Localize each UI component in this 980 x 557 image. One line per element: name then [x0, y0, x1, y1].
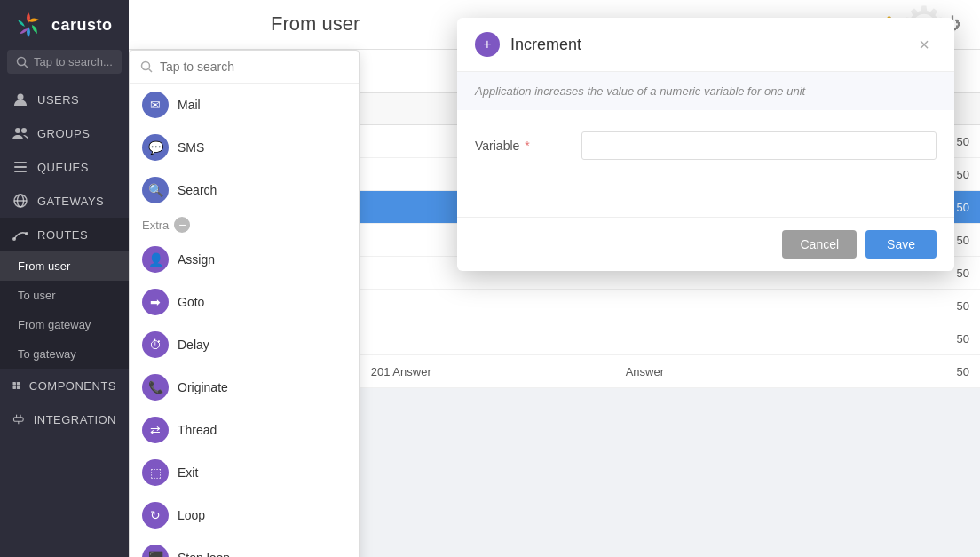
mail-icon: ✉: [142, 92, 169, 118]
extra-label: Extra: [142, 219, 169, 232]
dropdown-item-loop[interactable]: ↻ Loop: [130, 494, 359, 537]
mail-label: Mail: [178, 98, 201, 112]
svg-rect-16: [12, 386, 15, 388]
exit-icon: ⬚: [142, 459, 169, 486]
row-col2: [360, 322, 615, 355]
svg-rect-6: [14, 162, 27, 163]
components-icon: [12, 378, 20, 394]
sms-label: SMS: [178, 140, 204, 155]
svg-rect-8: [14, 171, 27, 172]
dropdown-search-icon: [140, 60, 153, 73]
sidebar-search-icon: [16, 56, 28, 68]
sidebar-item-integration[interactable]: INTEGRATION: [0, 402, 129, 436]
row-col2: 201 Answer: [360, 355, 615, 388]
dropdown-search-input[interactable]: [160, 60, 348, 74]
routes-icon: [12, 227, 28, 243]
svg-rect-7: [14, 166, 27, 168]
row-col3: [615, 322, 802, 355]
required-marker: *: [521, 139, 529, 153]
sidebar-item-groups-label: GROUPS: [37, 127, 90, 140]
queues-icon: [12, 159, 28, 175]
logo-text: carusto: [51, 16, 113, 35]
originate-icon: 📞: [142, 374, 169, 401]
cancel-button[interactable]: Cancel: [782, 230, 857, 259]
dropdown-panel: ✉ Mail 💬 SMS 🔍 Search Extra − 👤 Assign: [129, 50, 360, 557]
search-label: Search: [178, 183, 217, 197]
delay-label: Delay: [178, 338, 209, 352]
loop-label: Loop: [178, 508, 205, 522]
svg-rect-15: [17, 382, 20, 385]
row-priority: 50: [802, 322, 980, 355]
variable-input[interactable]: [581, 131, 937, 160]
modal-description: Application increases the value of a num…: [457, 72, 954, 110]
sidebar-item-gateways[interactable]: GATEWAYS: [0, 184, 129, 218]
row-priority: 50: [802, 355, 980, 388]
stoploop-icon: ⬛: [142, 545, 169, 557]
sidebar-item-components-label: COMPONENTS: [29, 379, 116, 393]
routes-section: ROUTES From user To user From gateway To…: [0, 218, 129, 369]
dropdown-search-area[interactable]: [130, 51, 359, 84]
thread-label: Thread: [178, 423, 217, 437]
sidebar: carusto Tap to search... USERS GROUPS QU…: [0, 0, 129, 557]
sidebar-item-gateways-label: GATEWAYS: [37, 195, 104, 208]
sidebar-sub-to-gateway[interactable]: To gateway: [0, 339, 129, 369]
svg-point-3: [18, 94, 24, 100]
dropdown-item-originate[interactable]: 📞 Originate: [130, 366, 359, 409]
sidebar-item-routes[interactable]: ROUTES: [0, 218, 129, 251]
sidebar-item-queues-label: QUEUES: [37, 161, 89, 174]
svg-line-2: [25, 64, 28, 68]
logo-area: carusto: [0, 0, 129, 50]
page-title: From user: [271, 12, 360, 36]
assign-icon: 👤: [142, 246, 169, 273]
modal-title-icon: +: [475, 32, 500, 57]
sidebar-item-queues[interactable]: QUEUES: [0, 150, 129, 184]
sidebar-item-groups[interactable]: GROUPS: [0, 116, 129, 150]
exit-label: Exit: [178, 465, 198, 480]
modal-header: + Increment ×: [457, 18, 954, 72]
sidebar-sub-from-gateway[interactable]: From gateway: [0, 310, 129, 339]
dropdown-item-assign[interactable]: 👤 Assign: [130, 238, 359, 281]
integration-icon: [12, 411, 25, 427]
main-content: ⚙ From user ⚙ 🔔 ⊞ ⏻ ✎ ✓ ✕ Priority: [129, 0, 980, 557]
sidebar-item-components[interactable]: COMPONENTS: [0, 369, 129, 402]
save-button[interactable]: Save: [865, 230, 937, 259]
modal-footer: Cancel Save: [457, 217, 954, 271]
modal-title: Increment: [510, 36, 912, 54]
svg-rect-18: [14, 418, 24, 422]
sidebar-item-users[interactable]: USERS: [0, 83, 129, 116]
dropdown-item-goto[interactable]: ➡ Goto: [130, 281, 359, 323]
svg-point-13: [25, 232, 28, 235]
modal-body: Variable *: [457, 110, 954, 217]
modal-dialog: + Increment × Application increases the …: [457, 18, 954, 271]
loop-icon: ↻: [142, 502, 169, 529]
dropdown-item-mail[interactable]: ✉ Mail: [130, 84, 359, 126]
dropdown-item-sms[interactable]: 💬 SMS: [130, 126, 359, 169]
assign-label: Assign: [178, 252, 215, 267]
row-col3: [615, 290, 802, 322]
dropdown-item-thread[interactable]: ⇄ Thread: [130, 409, 359, 451]
dropdown-item-exit[interactable]: ⬚ Exit: [130, 451, 359, 494]
search-icon: 🔍: [142, 177, 169, 203]
sidebar-search[interactable]: Tap to search...: [7, 50, 122, 74]
dropdown-item-search[interactable]: 🔍 Search: [130, 169, 359, 211]
thread-icon: ⇄: [142, 417, 169, 443]
svg-point-4: [15, 128, 20, 133]
delay-icon: ⏱: [142, 331, 169, 358]
sidebar-sub-from-user[interactable]: From user: [0, 251, 129, 281]
dropdown-item-delay[interactable]: ⏱ Delay: [130, 323, 359, 366]
sidebar-sub-to-user[interactable]: To user: [0, 281, 129, 310]
logo-icon: [12, 9, 44, 41]
goto-icon: ➡: [142, 289, 169, 315]
originate-label: Originate: [178, 380, 228, 394]
variable-label: Variable *: [475, 139, 581, 153]
stop-loop-label: Stop loop: [178, 551, 230, 557]
row-col3: Answer: [615, 355, 802, 388]
dropdown-item-stop-loop[interactable]: ⬛ Stop loop: [130, 537, 359, 557]
row-col2: [360, 290, 615, 322]
extra-collapse-button[interactable]: −: [174, 217, 190, 233]
svg-rect-17: [17, 386, 20, 388]
modal-close-button[interactable]: ×: [912, 32, 937, 57]
svg-point-1: [18, 57, 26, 65]
sidebar-search-placeholder: Tap to search...: [34, 55, 113, 68]
variable-field-row: Variable *: [475, 131, 937, 160]
